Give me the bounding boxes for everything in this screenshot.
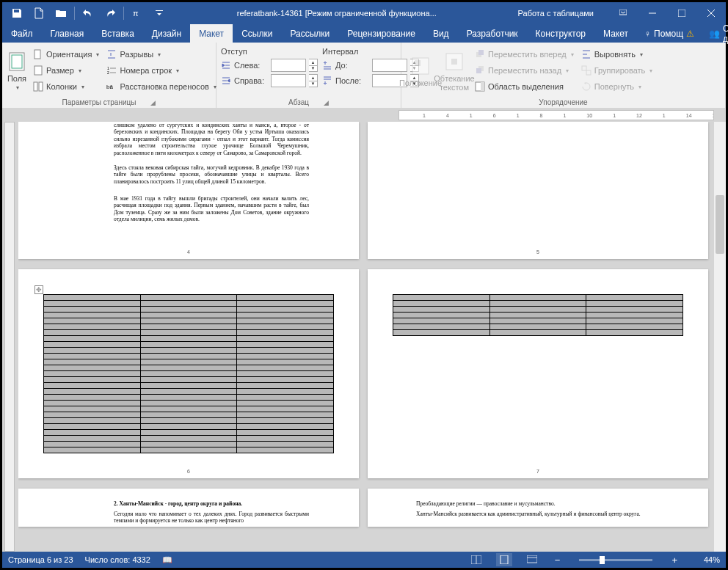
table-row[interactable]: [44, 301, 334, 307]
table-row[interactable]: [44, 447, 334, 453]
selection-pane-button[interactable]: Область выделения: [473, 79, 575, 94]
table-row[interactable]: [44, 365, 334, 371]
zoom-level[interactable]: 44%: [692, 555, 720, 564]
table-1[interactable]: [43, 294, 334, 453]
zoom-slider[interactable]: [579, 559, 652, 561]
page-4[interactable]: слишком удалено от сургутских и кондинск…: [18, 122, 359, 259]
page-9[interactable]: Преобладающие религии — православие и му…: [368, 489, 708, 527]
read-mode-button[interactable]: [468, 553, 484, 566]
page-status[interactable]: Страница 6 из 23: [8, 555, 73, 564]
table-move-handle[interactable]: ✥: [34, 285, 43, 294]
breaks-button[interactable]: Разрывы▾: [105, 47, 217, 62]
share-button[interactable]: 👥Общий доступ: [702, 24, 728, 43]
save-button[interactable]: [6, 2, 28, 24]
table-row[interactable]: [44, 295, 334, 301]
columns-button[interactable]: Колонки▾: [32, 79, 101, 94]
table-row[interactable]: [44, 342, 334, 348]
table-row[interactable]: [44, 307, 334, 313]
ribbon-options-button[interactable]: [608, 2, 638, 24]
margins-button[interactable]: Поля▾: [7, 45, 27, 98]
indent-left-input[interactable]: [271, 59, 306, 72]
tab-layout[interactable]: Макет: [190, 24, 233, 43]
table-row[interactable]: [44, 318, 334, 324]
table-row[interactable]: [44, 436, 334, 442]
close-button[interactable]: [696, 2, 726, 24]
equation-button[interactable]: π: [126, 2, 148, 24]
table-row[interactable]: [44, 330, 334, 336]
paragraph-dialog[interactable]: ◢: [324, 99, 329, 106]
table-row[interactable]: [393, 330, 683, 336]
word-count[interactable]: Число слов: 4332: [85, 555, 150, 564]
tab-constructor[interactable]: Конструктор: [527, 24, 594, 43]
vertical-scrollbar[interactable]: [714, 122, 726, 552]
redo-button[interactable]: [99, 2, 121, 24]
tab-insert[interactable]: Вставка: [92, 24, 143, 43]
tab-home[interactable]: Главная: [42, 24, 93, 43]
table-row[interactable]: [44, 424, 334, 430]
table-row[interactable]: [393, 295, 683, 301]
table-row[interactable]: [44, 359, 334, 365]
tab-design[interactable]: Дизайн: [143, 24, 190, 43]
maximize-button[interactable]: [667, 2, 696, 24]
tab-layout2[interactable]: Макет: [594, 24, 637, 43]
table-row[interactable]: [44, 336, 334, 342]
zoom-in-button[interactable]: +: [669, 555, 680, 566]
proofing-icon[interactable]: 📖: [162, 555, 172, 565]
table-row[interactable]: [393, 318, 683, 324]
horizontal-ruler[interactable]: 141618110112114116118: [15, 110, 714, 120]
align-button[interactable]: Выровнять▾: [580, 47, 655, 62]
table-row[interactable]: [44, 377, 334, 383]
table-row[interactable]: [44, 383, 334, 389]
table-row[interactable]: [44, 406, 334, 412]
line-numbers-button[interactable]: 12Номера строк▾: [105, 63, 217, 78]
web-layout-button[interactable]: [524, 553, 540, 566]
page-7[interactable]: 7: [368, 269, 708, 478]
table-row[interactable]: [44, 371, 334, 377]
page-setup-dialog[interactable]: ◢: [150, 99, 156, 106]
table-row[interactable]: [44, 418, 334, 424]
table-row[interactable]: [393, 313, 683, 318]
table-row[interactable]: [44, 395, 334, 401]
table-row[interactable]: [44, 412, 334, 418]
table-row[interactable]: [44, 313, 334, 318]
size-button[interactable]: Размер▾: [32, 63, 101, 78]
tab-view[interactable]: Вид: [424, 24, 458, 43]
tab-references[interactable]: Ссылки: [233, 24, 281, 43]
hyphenation-button[interactable]: bāРасстановка переносов▾: [105, 79, 217, 94]
zoom-out-button[interactable]: −: [552, 555, 564, 566]
page-8[interactable]: 2. Ханты-Мансийск - город, центр округа …: [18, 489, 359, 527]
table-row[interactable]: [44, 389, 334, 395]
table-row[interactable]: [44, 354, 334, 359]
minimize-button[interactable]: [638, 2, 667, 24]
tab-file[interactable]: Файл: [2, 24, 42, 43]
tab-review[interactable]: Рецензирование: [338, 24, 424, 43]
indent-left-spinner[interactable]: ▲▼: [309, 59, 318, 72]
table-row[interactable]: [393, 324, 683, 330]
undo-button[interactable]: [77, 2, 99, 24]
indent-right-input[interactable]: [271, 74, 306, 87]
new-button[interactable]: [28, 2, 50, 24]
qat-customize[interactable]: [148, 2, 170, 24]
table-row[interactable]: [393, 301, 683, 307]
svg-rect-29: [500, 555, 508, 564]
table-row[interactable]: [44, 401, 334, 406]
table-2[interactable]: [393, 294, 683, 336]
open-button[interactable]: [50, 2, 72, 24]
orientation-button[interactable]: Ориентация▾: [32, 47, 101, 62]
tab-mailings[interactable]: Рассылки: [281, 24, 338, 43]
tab-developer[interactable]: Разработчик: [458, 24, 527, 43]
print-layout-button[interactable]: [496, 553, 512, 566]
indent-right-spinner[interactable]: ▲▼: [309, 74, 318, 87]
table-row[interactable]: [44, 430, 334, 436]
table-row[interactable]: [393, 307, 683, 313]
page-6[interactable]: ✥ 6: [18, 269, 359, 478]
page-5[interactable]: 5: [368, 122, 708, 259]
table-row[interactable]: [44, 442, 334, 447]
table-row[interactable]: [44, 348, 334, 354]
vertical-ruler[interactable]: [4, 122, 15, 552]
document-area[interactable]: 141618110112114116118 слишком удалено от…: [2, 109, 726, 552]
help-button[interactable]: ♀Помощ⚠: [637, 24, 702, 43]
zoom-slider-thumb[interactable]: [600, 556, 605, 564]
scrollbar-thumb[interactable]: [716, 195, 724, 254]
table-row[interactable]: [44, 324, 334, 330]
